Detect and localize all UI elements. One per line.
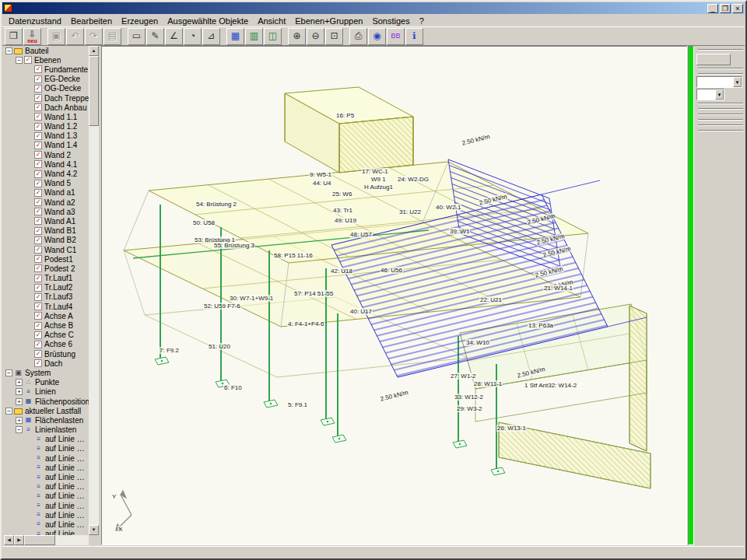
tree-item-tr-lauf4-27[interactable]: ✓Tr.Lauf4	[4, 302, 89, 311]
zoom-fenster-button[interactable]: ⊡	[325, 28, 343, 45]
tree-item-auf-linie-44[interactable]: ≡auf Linie …	[4, 463, 89, 472]
menu-item-sonstiges[interactable]: Sonstiges	[367, 16, 414, 26]
tree-item-wand-a1-15[interactable]: ✓Wand a1	[4, 188, 89, 198]
expand-icon[interactable]: +	[16, 388, 23, 395]
tree-item-auf-linie-48[interactable]: ≡auf Linie …	[4, 501, 89, 510]
tree-item-bauteil-0[interactable]: −Bauteil	[4, 46, 89, 55]
expand-icon[interactable]: +	[16, 417, 23, 424]
tree-item-wand-5-14[interactable]: ✓Wand 5	[4, 179, 89, 188]
tree-item-auf-linie-41[interactable]: ≡auf Linie …	[4, 435, 89, 444]
dropdown-arrow-icon[interactable]: ▼	[715, 89, 724, 100]
tree-item-wand-2-11[interactable]: ✓Wand 2	[4, 150, 89, 159]
menu-item-erzeugen[interactable]: Erzeugen	[117, 16, 163, 26]
scroll-right-icon[interactable]: ▶	[14, 535, 24, 545]
tree-item-ebenen-1[interactable]: −✓Ebenen	[4, 55, 89, 65]
volumen-ansicht-button[interactable]: ◫	[264, 28, 282, 45]
tree-item-flächenlasten-39[interactable]: +▦Flächenlasten	[4, 415, 89, 425]
tree-item-brüstung-32[interactable]: ✓Brüstung	[4, 349, 89, 359]
tree-item-achse-c-30[interactable]: ✓Achse C	[4, 331, 89, 340]
tree-item-wand-b2-20[interactable]: ✓Wand B2	[4, 236, 89, 245]
ebenen-ansicht-button[interactable]: ▥	[245, 28, 263, 45]
info-button[interactable]: ℹ	[405, 28, 423, 45]
tree-item-wand-c1-21[interactable]: ✓Wand C1	[4, 245, 89, 254]
tree-item-wand-a1-18[interactable]: ✓Wand A1	[4, 216, 89, 226]
dropdown-arrow-icon[interactable]: ▼	[733, 77, 742, 87]
tree-item-auf-linie-47[interactable]: ≡auf Linie …	[4, 492, 89, 501]
collapse-icon[interactable]: −	[16, 57, 23, 64]
canvas-3d-view[interactable]: 16: P52.50 kN/m2.50 kN/m2.50 kN/m2.50 kN…	[101, 46, 687, 545]
minimize-button[interactable]: _	[707, 4, 718, 13]
tree-item-auf-linie-49[interactable]: ≡auf Linie …	[4, 510, 89, 520]
zoom-out-button[interactable]: ⊖	[307, 28, 324, 45]
tree-item-podest-2-23[interactable]: ✓Podest 2	[4, 264, 89, 273]
fahrweg-button[interactable]: ⊿	[202, 28, 220, 45]
datenzustand-uebernehmen-button[interactable]: ❐	[5, 28, 23, 45]
tree-item-dach-treppenha-5[interactable]: ✓Dach Treppenha	[4, 93, 89, 103]
close-button[interactable]: ×	[732, 4, 743, 13]
folie-number-select[interactable]: ▼	[696, 89, 724, 100]
tree-item-og-decke-4[interactable]: ✓OG-Decke	[4, 84, 89, 93]
tree-item-dach-anbau-6[interactable]: ✓Dach Anbau	[4, 103, 89, 112]
tree-item-linienlasten-40[interactable]: −≡Linienlasten	[4, 425, 89, 435]
tree-item-system-34[interactable]: −▣System	[4, 368, 89, 377]
expand-icon[interactable]: +	[16, 379, 23, 386]
bogen-button[interactable]: ◔	[184, 28, 202, 45]
tree-item-aktueller-lastfall-38[interactable]: −aktueller Lastfall	[4, 406, 89, 415]
tree-item-tr-lauf1-24[interactable]: ✓Tr.Lauf1	[4, 274, 89, 283]
tree-item-wand-4-1-12[interactable]: ✓Wand 4.1	[4, 159, 89, 169]
messen-button[interactable]: ✎	[146, 28, 164, 45]
tree-item-wand-1-2-8[interactable]: ✓Wand 1.2	[4, 122, 89, 131]
menu-item-datenzustand[interactable]: Datenzustand	[4, 16, 66, 26]
tree-item-wand-a2-16[interactable]: ✓Wand a2	[4, 198, 89, 207]
tree-item-achse-b-29[interactable]: ✓Achse B	[4, 320, 89, 330]
projekt-browser-button[interactable]: BB	[387, 28, 405, 45]
tree-item-auf-linie-43[interactable]: ≡auf Linie …	[4, 453, 89, 463]
zoom-in-button[interactable]: ⊕	[288, 28, 306, 45]
tree-item-punkte-35[interactable]: +∴Punkte	[4, 378, 89, 387]
winkel-button[interactable]: ∠	[165, 28, 183, 45]
numerisch-button[interactable]	[696, 54, 731, 65]
menu-item-[interactable]: ?	[415, 16, 429, 26]
tree-item-auf-linie-42[interactable]: ≡auf Linie …	[4, 444, 89, 453]
lineal-button[interactable]: ▭	[128, 28, 146, 45]
scroll-up-icon[interactable]: ▲	[89, 46, 99, 56]
scroll-thumb[interactable]	[24, 535, 55, 545]
tree-item-podest1-22[interactable]: ✓Podest1	[4, 254, 89, 264]
menu-item-ausgewählte-objekte[interactable]: Ausgewählte Objekte	[163, 16, 253, 26]
folie-type-select[interactable]: ▼	[696, 76, 742, 88]
collapse-icon[interactable]: −	[16, 426, 23, 433]
tree-item-auf-linie-50[interactable]: ≡auf Linie …	[4, 520, 89, 529]
tree-item-auf-linie-46[interactable]: ≡auf Linie …	[4, 482, 89, 492]
tree-item-achse-6-31[interactable]: ✓Achse 6	[4, 340, 89, 349]
collapse-icon[interactable]: −	[5, 408, 12, 415]
tree-item-wand-4-2-13[interactable]: ✓Wand 4.2	[4, 169, 89, 178]
collapse-icon[interactable]: −	[5, 47, 12, 54]
tree-item-achse-a-28[interactable]: ✓Achse A	[4, 311, 89, 320]
tree-item-dach-33[interactable]: ✓Dach	[4, 359, 89, 368]
tree-item-fundamente-2[interactable]: ✓Fundamente	[4, 65, 89, 74]
tree-item-wand-1-3-9[interactable]: ✓Wand 1.3	[4, 131, 89, 141]
tree-horizontal-scrollbar[interactable]: ◀ ▶	[4, 535, 89, 545]
scroll-down-icon[interactable]: ▼	[89, 525, 99, 535]
collapse-icon[interactable]: −	[5, 369, 12, 376]
scroll-left-icon[interactable]: ◀	[4, 535, 14, 545]
tree-item-eg-decke-3[interactable]: ✓EG-Decke	[4, 75, 89, 84]
tree-item-linien-36[interactable]: +≡Linien	[4, 387, 89, 397]
tree-item-tr-lauf3-26[interactable]: ✓Tr.Lauf3	[4, 292, 89, 302]
scroll-thumb[interactable]	[89, 56, 99, 126]
tree-item-wand-a3-17[interactable]: ✓Wand a3	[4, 207, 89, 216]
tree-item-wand-1-4-10[interactable]: ✓Wand 1.4	[4, 141, 89, 150]
tree-item-auf-linie-45[interactable]: ≡auf Linie …	[4, 472, 89, 481]
neu-button[interactable]: ⇩neu	[23, 28, 41, 45]
tree-vertical-scrollbar[interactable]: ▲ ▼	[89, 46, 99, 535]
menu-item-bearbeiten[interactable]: Bearbeiten	[66, 16, 117, 26]
tree-item-auf-linie-51[interactable]: ≡auf Linie …	[4, 530, 89, 535]
tree-item-flächenpositionen-37[interactable]: +▦Flächenpositionen	[4, 397, 89, 406]
drucken-button[interactable]: ⎙	[349, 28, 367, 45]
tree-item-wand-1-1-7[interactable]: ✓Wand 1.1	[4, 112, 89, 121]
maximize-button[interactable]: ❐	[720, 4, 731, 13]
menu-item-ansicht[interactable]: Ansicht	[253, 16, 290, 26]
tree-item-wand-b1-19[interactable]: ✓Wand B1	[4, 226, 89, 236]
ansicht-kontrolle-button[interactable]: ◉	[368, 28, 386, 45]
tree-item-tr-lauf2-25[interactable]: ✓Tr.Lauf2	[4, 283, 89, 292]
